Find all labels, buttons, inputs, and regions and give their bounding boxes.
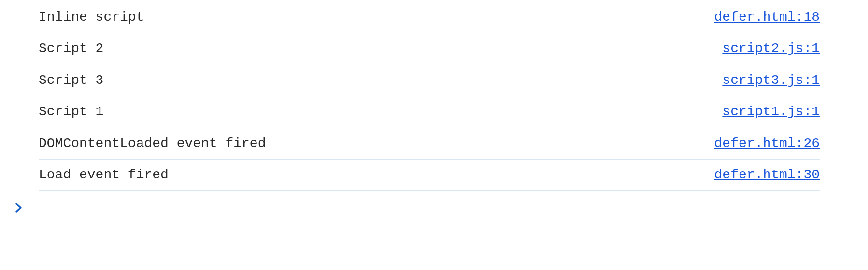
console-input-row[interactable]: [0, 191, 868, 216]
log-message: Load event fired: [39, 166, 169, 184]
log-message: Script 3: [39, 72, 103, 89]
chevron-right-icon: [14, 200, 23, 216]
console-log-row: Script 1 script1.js:1: [39, 96, 820, 128]
log-message: Script 1: [39, 103, 103, 121]
log-source-link[interactable]: defer.html:26: [714, 135, 820, 152]
console-log-list: Inline script defer.html:18 Script 2 scr…: [0, 6, 868, 191]
console-log-row: DOMContentLoaded event fired defer.html:…: [39, 128, 820, 160]
log-source-link[interactable]: defer.html:18: [714, 9, 820, 26]
log-message: Inline script: [39, 9, 144, 26]
log-message: DOMContentLoaded event fired: [39, 135, 266, 152]
console-log-row: Script 3 script3.js:1: [39, 65, 820, 96]
log-source-link[interactable]: script2.js:1: [722, 40, 820, 57]
log-source-link[interactable]: script1.js:1: [722, 103, 820, 121]
console-log-row: Load event fired defer.html:30: [39, 160, 820, 191]
log-source-link[interactable]: defer.html:30: [714, 166, 820, 184]
console-log-row: Inline script defer.html:18: [39, 6, 820, 33]
log-source-link[interactable]: script3.js:1: [722, 72, 820, 89]
log-message: Script 2: [39, 40, 103, 57]
console-log-row: Script 2 script2.js:1: [39, 33, 820, 65]
